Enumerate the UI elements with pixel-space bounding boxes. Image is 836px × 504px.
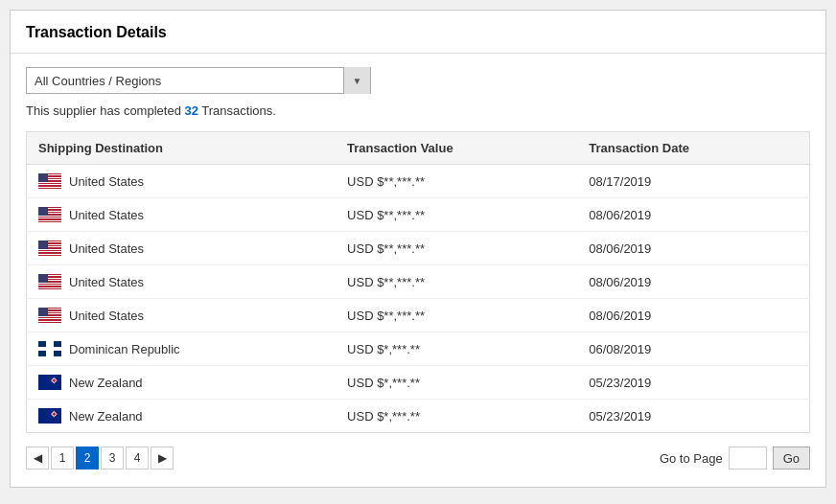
country-name: United States bbox=[69, 275, 144, 289]
table-row: United StatesUSD $**,***.**08/06/2019 bbox=[27, 198, 810, 232]
go-to-page-label: Go to Page bbox=[660, 451, 723, 466]
dropdown-selected-value: All Countries / Regions bbox=[27, 70, 343, 92]
table-row: New ZealandUSD $*,***.**05/23/2019 bbox=[27, 400, 810, 433]
pagination-controls: ◀ 1 2 3 4 ▶ bbox=[26, 447, 174, 470]
content-area: All Countries / Regions This supplier ha… bbox=[11, 54, 825, 487]
cell-country: United States bbox=[27, 198, 337, 232]
pagination-page-3[interactable]: 3 bbox=[101, 447, 124, 470]
pagination-page-4[interactable]: 4 bbox=[126, 447, 149, 470]
pagination-page-2[interactable]: 2 bbox=[76, 447, 99, 470]
country-name: Dominican Republic bbox=[69, 342, 180, 356]
col-header-value: Transaction Value bbox=[336, 132, 577, 165]
cell-value: USD $**,***.** bbox=[336, 299, 577, 332]
flag-us-icon bbox=[38, 274, 61, 289]
country-name: New Zealand bbox=[69, 376, 143, 390]
summary-suffix: Transactions. bbox=[198, 103, 276, 118]
flag-us-icon bbox=[38, 207, 61, 222]
cell-value: USD $**,***.** bbox=[336, 265, 577, 299]
table-row: United StatesUSD $**,***.**08/06/2019 bbox=[27, 265, 810, 299]
cell-value: USD $**,***.** bbox=[336, 232, 577, 265]
country-region-dropdown[interactable]: All Countries / Regions bbox=[26, 67, 371, 94]
go-to-page-section: Go to Page Go bbox=[660, 447, 810, 470]
cell-country: United States bbox=[27, 232, 337, 265]
table-header-row: Shipping Destination Transaction Value T… bbox=[27, 132, 810, 165]
table-row: United StatesUSD $**,***.**08/06/2019 bbox=[27, 299, 810, 332]
flag-us-icon bbox=[38, 308, 61, 323]
country-name: United States bbox=[69, 309, 144, 323]
cell-country: United States bbox=[27, 165, 337, 198]
country-name: United States bbox=[69, 174, 144, 189]
table-row: United StatesUSD $**,***.**08/17/2019 bbox=[27, 165, 810, 198]
cell-value: USD $**,***.** bbox=[336, 198, 577, 232]
cell-date: 06/08/2019 bbox=[577, 332, 809, 366]
country-name: New Zealand bbox=[69, 409, 143, 424]
flag-nz-icon bbox=[38, 408, 61, 424]
pagination-prev-button[interactable]: ◀ bbox=[26, 447, 49, 470]
cell-value: USD $*,***.** bbox=[336, 366, 577, 400]
filter-row: All Countries / Regions bbox=[26, 67, 810, 94]
main-container: Transaction Details All Countries / Regi… bbox=[10, 10, 826, 488]
page-title: Transaction Details bbox=[11, 11, 825, 54]
cell-date: 08/06/2019 bbox=[577, 265, 809, 299]
cell-value: USD $**,***.** bbox=[336, 165, 577, 198]
flag-do-icon bbox=[38, 341, 61, 356]
transaction-summary: This supplier has completed 32 Transacti… bbox=[26, 103, 810, 118]
flag-nz-icon bbox=[38, 375, 61, 390]
cell-date: 08/06/2019 bbox=[577, 232, 809, 265]
flag-us-icon bbox=[38, 173, 61, 189]
cell-date: 05/23/2019 bbox=[577, 400, 809, 433]
pagination-page-1[interactable]: 1 bbox=[51, 447, 74, 470]
cell-country: United States bbox=[27, 299, 337, 332]
summary-prefix: This supplier has completed bbox=[26, 103, 184, 118]
col-header-destination: Shipping Destination bbox=[27, 132, 337, 165]
table-row: United StatesUSD $**,***.**08/06/2019 bbox=[27, 232, 810, 265]
country-name: United States bbox=[69, 208, 144, 222]
col-header-date: Transaction Date bbox=[577, 132, 809, 165]
cell-country: United States bbox=[27, 265, 337, 299]
dropdown-arrow-icon[interactable] bbox=[343, 67, 370, 94]
cell-date: 08/06/2019 bbox=[577, 299, 809, 332]
cell-date: 08/17/2019 bbox=[577, 165, 809, 198]
country-name: United States bbox=[69, 241, 144, 256]
cell-date: 08/06/2019 bbox=[577, 198, 809, 232]
cell-country: New Zealand bbox=[27, 366, 337, 400]
go-button[interactable]: Go bbox=[773, 447, 810, 470]
cell-value: USD $*,***.** bbox=[336, 400, 577, 433]
table-row: Dominican RepublicUSD $*,***.**06/08/201… bbox=[27, 332, 810, 366]
cell-date: 05/23/2019 bbox=[577, 366, 809, 400]
cell-value: USD $*,***.** bbox=[336, 332, 577, 366]
table-row: New ZealandUSD $*,***.**05/23/2019 bbox=[27, 366, 810, 400]
pagination-row: ◀ 1 2 3 4 ▶ Go to Page Go bbox=[26, 437, 810, 473]
transactions-table: Shipping Destination Transaction Value T… bbox=[26, 131, 810, 433]
go-to-page-input[interactable] bbox=[729, 447, 767, 470]
pagination-next-button[interactable]: ▶ bbox=[151, 447, 174, 470]
cell-country: Dominican Republic bbox=[27, 332, 337, 366]
flag-us-icon bbox=[38, 241, 61, 256]
transaction-count-value: 32 bbox=[184, 103, 197, 118]
cell-country: New Zealand bbox=[27, 400, 337, 433]
